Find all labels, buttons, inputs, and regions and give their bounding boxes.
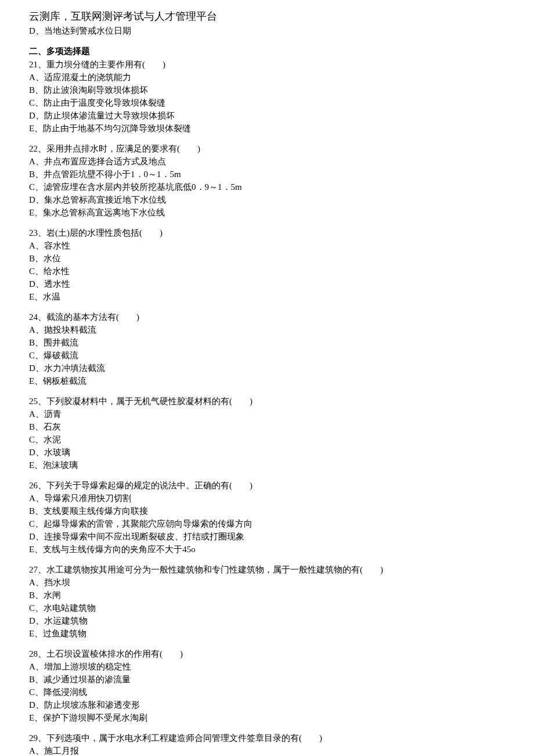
question-block: 25、下列胶凝材料中，属于无机气硬性胶凝材料的有( ) A、沥青 B、石灰 C、… (29, 395, 505, 471)
orphan-option-line: D、当地达到警戒水位日期 (29, 25, 505, 37)
option-line: B、井点管距坑壁不得小于1．0～1．5m (29, 168, 505, 181)
option-line: A、沥青 (29, 408, 505, 420)
option-line: A、挡水坝 (29, 577, 505, 589)
option-line: D、防止坝坡冻胀和渗透变形 (29, 699, 505, 711)
option-line: A、适应混凝土的浇筑能力 (29, 71, 505, 84)
option-line: D、连接导爆索中间不应出现断裂破皮、打结或打圈现象 (29, 531, 505, 543)
question-stem: 26、下列关于导爆索起爆的规定的说法中。正确的有( ) (29, 480, 505, 492)
option-line: D、透水性 (29, 278, 505, 290)
option-line: A、抛投块料截流 (29, 324, 505, 336)
question-stem: 28、土石坝设置棱体排水的作用有( ) (29, 648, 505, 660)
question-block: 24、截流的基本方法有( ) A、抛投块料截流 B、围井截流 C、爆破截流 D、… (29, 311, 505, 387)
option-line: E、支线与主线传爆方向的夹角应不大于45o (29, 543, 505, 556)
section-heading: 二、多项选择题 (29, 45, 505, 57)
option-line: C、降低浸润线 (29, 686, 505, 699)
option-line: B、水位 (29, 253, 505, 265)
question-block: 23、岩(土)层的水理性质包括( ) A、容水性 B、水位 C、给水性 D、透水… (29, 227, 505, 303)
option-line: E、防止由于地基不均匀沉降导致坝体裂缝 (29, 123, 505, 135)
option-line: A、施工月报 (29, 745, 505, 756)
question-stem: 24、截流的基本方法有( ) (29, 311, 505, 323)
option-line: C、滤管应埋在含水层内并较所挖基坑底低0．9～1．5m (29, 181, 505, 193)
option-line: D、集水总管标高宜接近地下水位线 (29, 194, 505, 206)
option-line: B、减少通过坝基的渗流量 (29, 674, 505, 686)
option-line: E、钢板桩截流 (29, 375, 505, 387)
option-line: B、支线要顺主线传爆方向联接 (29, 505, 505, 517)
option-line: E、水温 (29, 291, 505, 303)
question-stem: 22、采用井点排水时，应满足的要求有( ) (29, 143, 505, 155)
question-stem: 23、岩(土)层的水理性质包括( ) (29, 227, 505, 239)
option-line: C、水泥 (29, 434, 505, 446)
option-line: B、水闸 (29, 589, 505, 602)
option-line: C、爆破截流 (29, 350, 505, 362)
question-block: 21、重力坝分缝的主要作用有( ) A、适应混凝土的浇筑能力 B、防止波浪淘刷导… (29, 59, 505, 135)
option-line: C、水电站建筑物 (29, 602, 505, 614)
question-stem: 27、水工建筑物按其用途可分为一般性建筑物和专门性建筑物，属于一般性建筑物的有(… (29, 564, 505, 576)
option-line: A、容水性 (29, 240, 505, 252)
option-line: D、水运建筑物 (29, 615, 505, 627)
option-line: D、水玻璃 (29, 447, 505, 459)
option-line: C、给水性 (29, 265, 505, 278)
option-line: D、水力冲填法截流 (29, 362, 505, 375)
question-stem: 21、重力坝分缝的主要作用有( ) (29, 59, 505, 71)
option-line: A、增加上游坝坡的稳定性 (29, 661, 505, 673)
option-line: A、导爆索只准用快刀切割 (29, 492, 505, 505)
option-line: E、泡沫玻璃 (29, 459, 505, 471)
page-title: 云测库，互联网测评考试与人才管理平台 (29, 9, 505, 24)
option-line: E、保护下游坝脚不受尾水淘刷 (29, 712, 505, 724)
page-content: 云测库，互联网测评考试与人才管理平台 D、当地达到警戒水位日期 二、多项选择题 … (0, 0, 534, 756)
option-line: B、围井截流 (29, 337, 505, 349)
option-line: E、集水总管标高宜远离地下水位线 (29, 207, 505, 219)
question-block: 22、采用井点排水时，应满足的要求有( ) A、井点布置应选择合适方式及地点 B… (29, 143, 505, 219)
question-block: 27、水工建筑物按其用途可分为一般性建筑物和专门性建筑物，属于一般性建筑物的有(… (29, 564, 505, 640)
option-line: C、防止由于温度变化导致坝体裂缝 (29, 97, 505, 109)
option-line: B、防止波浪淘刷导致坝体损坏 (29, 84, 505, 96)
question-stem: 25、下列胶凝材料中，属于无机气硬性胶凝材料的有( ) (29, 395, 505, 408)
option-line: C、起爆导爆索的雷管，其聚能穴应朝向导爆索的传爆方向 (29, 518, 505, 530)
option-line: D、防止坝体渗流量过大导致坝体损坏 (29, 110, 505, 122)
option-line: E、过鱼建筑物 (29, 628, 505, 640)
question-block: 26、下列关于导爆索起爆的规定的说法中。正确的有( ) A、导爆索只准用快刀切割… (29, 480, 505, 556)
question-stem: 29、下列选项中，属于水电水利工程建造师合同管理文件签章目录的有( ) (29, 732, 505, 744)
option-line: A、井点布置应选择合适方式及地点 (29, 156, 505, 168)
option-line: B、石灰 (29, 421, 505, 433)
question-block: 28、土石坝设置棱体排水的作用有( ) A、增加上游坝坡的稳定性 B、减少通过坝… (29, 648, 505, 724)
question-block: 29、下列选项中，属于水电水利工程建造师合同管理文件签章目录的有( ) A、施工… (29, 732, 505, 756)
